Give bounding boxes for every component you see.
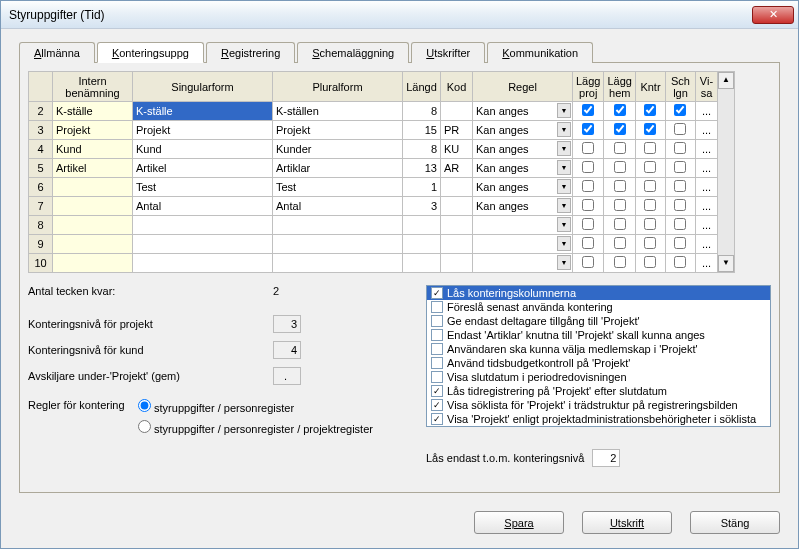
ellipsis-button[interactable]: ...: [695, 159, 717, 178]
option-item[interactable]: Endast 'Artiklar' knutna till 'Projekt' …: [427, 328, 770, 342]
ellipsis-button[interactable]: ...: [695, 197, 717, 216]
grid-checkbox[interactable]: [644, 218, 656, 230]
grid-scrollbar[interactable]: ▲ ▼: [718, 71, 735, 273]
tab-registrering[interactable]: Registrering: [206, 42, 295, 63]
checkbox-icon[interactable]: [431, 315, 443, 327]
grid-checkbox[interactable]: [674, 142, 686, 154]
ellipsis-button[interactable]: ...: [695, 140, 717, 159]
ellipsis-button[interactable]: ...: [695, 235, 717, 254]
tab-utskrifter[interactable]: Utskrifter: [411, 42, 485, 63]
column-header[interactable]: Kntr: [635, 72, 665, 102]
option-item[interactable]: ✓Lås konteringskolumnerna: [427, 286, 770, 300]
grid-checkbox[interactable]: [582, 180, 594, 192]
tab-kommunikation[interactable]: Kommunikation: [487, 42, 593, 63]
table-row[interactable]: 5ArtikelArtikelArtiklar13ARKan anges▼...: [29, 159, 718, 178]
grid-checkbox[interactable]: [644, 123, 656, 135]
column-header[interactable]: Kod: [441, 72, 473, 102]
close-button[interactable]: Stäng: [690, 511, 780, 534]
table-row[interactable]: 2K-ställeK-ställeK-ställen8Kan anges▼...: [29, 102, 718, 121]
table-row[interactable]: 7AntalAntal3Kan anges▼...: [29, 197, 718, 216]
option-item[interactable]: Visa slutdatum i periodredovisningen: [427, 370, 770, 384]
grid-checkbox[interactable]: [614, 237, 626, 249]
kund-level-input[interactable]: [273, 341, 301, 359]
avskilj-input[interactable]: [273, 367, 301, 385]
option-item[interactable]: Ge endast deltagare tillgång till 'Proje…: [427, 314, 770, 328]
options-list[interactable]: ✓Lås konteringskolumnernaFöreslå senast …: [426, 285, 771, 427]
grid-checkbox[interactable]: [582, 142, 594, 154]
chevron-down-icon[interactable]: ▼: [557, 217, 571, 232]
chevron-down-icon[interactable]: ▼: [557, 122, 571, 137]
grid-checkbox[interactable]: [582, 256, 594, 268]
checkbox-icon[interactable]: [431, 301, 443, 313]
column-header[interactable]: Längd: [403, 72, 441, 102]
print-button[interactable]: Utskrift: [582, 511, 672, 534]
grid-checkbox[interactable]: [582, 123, 594, 135]
grid-checkbox[interactable]: [582, 237, 594, 249]
scroll-down-icon[interactable]: ▼: [718, 255, 734, 272]
grid-checkbox[interactable]: [674, 180, 686, 192]
grid-checkbox[interactable]: [582, 161, 594, 173]
checkbox-icon[interactable]: [431, 329, 443, 341]
grid-checkbox[interactable]: [582, 104, 594, 116]
grid-checkbox[interactable]: [644, 161, 656, 173]
option-item[interactable]: ✓Visa söklista för 'Projekt' i trädstruk…: [427, 398, 770, 412]
column-header[interactable]: Schlgn: [665, 72, 695, 102]
table-row[interactable]: 6TestTest1Kan anges▼...: [29, 178, 718, 197]
grid-checkbox[interactable]: [614, 180, 626, 192]
grid-checkbox[interactable]: [614, 199, 626, 211]
ellipsis-button[interactable]: ...: [695, 178, 717, 197]
tab-konteringsuppg[interactable]: Konteringsuppg: [97, 42, 204, 63]
chevron-down-icon[interactable]: ▼: [557, 198, 571, 213]
chevron-down-icon[interactable]: ▼: [557, 141, 571, 156]
grid-checkbox[interactable]: [674, 104, 686, 116]
kontering-grid[interactable]: InternbenämningSingularformPluralformLän…: [28, 71, 718, 273]
checkbox-icon[interactable]: ✓: [431, 399, 443, 411]
tab-allmänna[interactable]: Allmänna: [19, 42, 95, 63]
option-item[interactable]: Föreslå senast använda kontering: [427, 300, 770, 314]
grid-checkbox[interactable]: [582, 199, 594, 211]
option-item[interactable]: ✓Lås tidregistrering på 'Projekt' efter …: [427, 384, 770, 398]
table-row[interactable]: 3ProjektProjektProjekt15PRKan anges▼...: [29, 121, 718, 140]
option-item[interactable]: Användaren ska kunna välja medlemskap i …: [427, 342, 770, 356]
column-header[interactable]: Pluralform: [273, 72, 403, 102]
grid-checkbox[interactable]: [644, 180, 656, 192]
column-header[interactable]: Regel: [473, 72, 573, 102]
lock-level-input[interactable]: [592, 449, 620, 467]
table-row[interactable]: 9▼...: [29, 235, 718, 254]
grid-checkbox[interactable]: [674, 199, 686, 211]
tab-schemaläggning[interactable]: Schemaläggning: [297, 42, 409, 63]
column-header[interactable]: [29, 72, 53, 102]
grid-checkbox[interactable]: [644, 256, 656, 268]
option-item[interactable]: Använd tidsbudgetkontroll på 'Projekt': [427, 356, 770, 370]
close-icon[interactable]: ✕: [752, 6, 794, 24]
ellipsis-button[interactable]: ...: [695, 216, 717, 235]
grid-checkbox[interactable]: [644, 142, 656, 154]
table-row[interactable]: 10▼...: [29, 254, 718, 273]
chevron-down-icon[interactable]: ▼: [557, 179, 571, 194]
projekt-level-input[interactable]: [273, 315, 301, 333]
chevron-down-icon[interactable]: ▼: [557, 255, 571, 270]
radio-opt-2[interactable]: [138, 420, 151, 433]
column-header[interactable]: Lägghem: [604, 72, 635, 102]
ellipsis-button[interactable]: ...: [695, 254, 717, 273]
grid-checkbox[interactable]: [614, 256, 626, 268]
grid-checkbox[interactable]: [582, 218, 594, 230]
radio-opt-1[interactable]: [138, 399, 151, 412]
checkbox-icon[interactable]: [431, 343, 443, 355]
checkbox-icon[interactable]: [431, 371, 443, 383]
checkbox-icon[interactable]: ✓: [431, 385, 443, 397]
grid-checkbox[interactable]: [674, 123, 686, 135]
grid-checkbox[interactable]: [614, 161, 626, 173]
grid-checkbox[interactable]: [674, 161, 686, 173]
column-header[interactable]: Läggproj: [573, 72, 604, 102]
grid-checkbox[interactable]: [614, 104, 626, 116]
grid-checkbox[interactable]: [644, 199, 656, 211]
grid-checkbox[interactable]: [614, 142, 626, 154]
chevron-down-icon[interactable]: ▼: [557, 103, 571, 118]
grid-checkbox[interactable]: [674, 218, 686, 230]
column-header[interactable]: Internbenämning: [53, 72, 133, 102]
grid-checkbox[interactable]: [674, 237, 686, 249]
column-header[interactable]: Singularform: [133, 72, 273, 102]
chevron-down-icon[interactable]: ▼: [557, 236, 571, 251]
grid-checkbox[interactable]: [644, 237, 656, 249]
